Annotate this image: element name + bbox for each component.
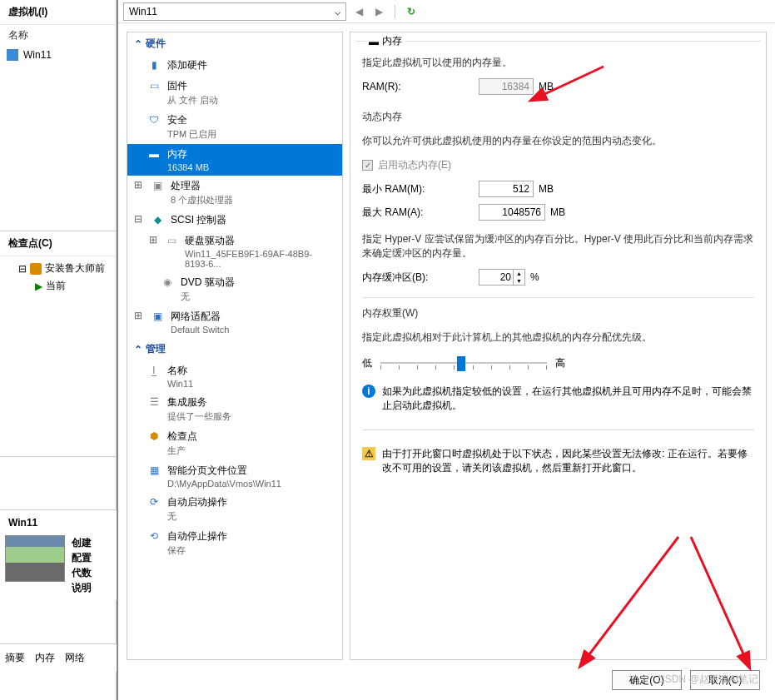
integration-node[interactable]: ☰ 集成服务提供了一些服务 bbox=[127, 392, 342, 426]
firmware-icon: ▭ bbox=[147, 79, 161, 92]
nav-forward-button[interactable]: ▶ bbox=[371, 4, 386, 19]
security-node[interactable]: 🛡 安全TPM 已启用 bbox=[127, 110, 342, 144]
vm-selector-value: Win11 bbox=[129, 6, 157, 17]
add-hardware-node[interactable]: ▮ 添加硬件 bbox=[127, 55, 342, 76]
nav-back-button[interactable]: ◀ bbox=[351, 4, 366, 19]
tab-memory[interactable]: 内存 bbox=[35, 648, 55, 668]
vm-selector-dropdown[interactable]: Win11 ⌵ bbox=[123, 2, 346, 21]
expand-icon[interactable]: ⊞ bbox=[149, 234, 158, 246]
processor-node[interactable]: ⊞ ▣ 处理器8 个虚拟处理器 bbox=[127, 176, 342, 210]
max-ram-input[interactable] bbox=[479, 204, 545, 221]
checkpoints-title: 检查点(C) bbox=[0, 231, 116, 256]
checkpoint-node[interactable]: ⊟ 安装鲁大师前 bbox=[5, 260, 111, 277]
hardware-section-header[interactable]: ⌃ 硬件 bbox=[127, 32, 342, 55]
hdd-node[interactable]: ⊞ ▭ 硬盘驱动器Win11_45FEB9F1-69AF-48B9-8193-6… bbox=[127, 231, 342, 272]
slider-low-label: 低 bbox=[362, 356, 372, 370]
autostop-node[interactable]: ⟲ 自动停止操作保存 bbox=[127, 526, 342, 560]
scsi-node[interactable]: ⊟ ◆ SCSI 控制器 bbox=[127, 210, 342, 231]
hdd-icon: ▭ bbox=[165, 234, 178, 247]
slider-thumb[interactable] bbox=[457, 356, 465, 371]
memory-icon: ▬ bbox=[369, 36, 379, 47]
checkbox-icon bbox=[362, 160, 373, 171]
weight-slider[interactable] bbox=[380, 355, 547, 371]
management-section-header[interactable]: ⌃ 管理 bbox=[127, 338, 342, 360]
folder-icon: ▦ bbox=[147, 464, 161, 477]
dialog-toolbar: Win11 ⌵ ◀ ▶ ↻ bbox=[118, 0, 775, 23]
vm-list-item[interactable]: Win11 bbox=[0, 46, 116, 64]
spin-up-icon[interactable]: ▲ bbox=[514, 270, 524, 277]
info-icon: i bbox=[362, 385, 375, 398]
checkpoint-icon bbox=[30, 263, 42, 275]
name-node[interactable]: I̲ 名称Win11 bbox=[127, 360, 342, 392]
separator bbox=[395, 5, 395, 18]
percent-unit: % bbox=[530, 271, 539, 283]
memory-weight-title: 内存权重(W) bbox=[362, 306, 754, 320]
intro-text: 指定此虚拟机可以使用的内存量。 bbox=[362, 56, 754, 70]
dialog-buttons: 确定(O) 取消(C) bbox=[612, 670, 760, 690]
dynamic-memory-title: 动态内存 bbox=[362, 110, 754, 124]
hardware-tree: ⌃ 硬件 ▮ 添加硬件 ▭ 固件从 文件 启动 🛡 安全TPM 已启用 ▬ 内存… bbox=[127, 32, 343, 660]
min-ram-input[interactable] bbox=[479, 181, 534, 197]
shield-icon: 🛡 bbox=[147, 113, 161, 127]
vm-metadata: 创建 配置 代数 说明 bbox=[72, 535, 92, 595]
spin-down-icon[interactable]: ▼ bbox=[514, 277, 524, 285]
collapse-icon[interactable]: ⊟ bbox=[134, 213, 144, 225]
checkpoint-icon: ⬢ bbox=[147, 429, 161, 443]
dvd-icon: ◉ bbox=[161, 276, 174, 289]
expand-icon[interactable]: ⊞ bbox=[134, 179, 144, 191]
expand-icon[interactable]: ⊞ bbox=[134, 310, 144, 321]
autostart-node[interactable]: ⟳ 自动启动操作无 bbox=[127, 492, 342, 526]
name-icon: I̲ bbox=[147, 364, 161, 377]
warning-icon: ⚠ bbox=[362, 447, 375, 460]
vm-item-label: Win11 bbox=[23, 49, 52, 61]
vm-pane: 虚拟机(I) 名称 Win11 bbox=[0, 0, 116, 231]
preview-pane: Win11 创建 配置 代数 说明 bbox=[0, 509, 117, 600]
firmware-node[interactable]: ▭ 固件从 文件 启动 bbox=[127, 76, 342, 110]
autostop-icon: ⟲ bbox=[147, 529, 161, 543]
enable-dynamic-label: 启用动态内存(E) bbox=[378, 158, 451, 172]
expand-icon[interactable]: ⊟ bbox=[18, 263, 27, 275]
max-ram-label: 最大 RAM(A): bbox=[362, 206, 479, 220]
memory-icon: ▬ bbox=[147, 147, 161, 161]
ram-label: RAM(R): bbox=[362, 81, 479, 92]
checkpoints-pane: 检查点(C) ⊟ 安装鲁大师前 ▶ 当前 bbox=[0, 231, 116, 457]
buffer-desc: 指定 Hyper-V 应尝试保留为缓冲区的内存百分比。Hyper-V 使用此百分… bbox=[362, 232, 754, 261]
collapse-icon: ⌃ bbox=[134, 38, 142, 50]
settings-dialog: Win11 ⌵ ◀ ▶ ↻ ⌃ 硬件 ▮ 添加硬件 ▭ 固件从 文件 启动 🛡 … bbox=[117, 0, 775, 700]
cancel-button[interactable]: 取消(C) bbox=[690, 670, 760, 690]
memory-detail-panel: ▬ 内存 指定此虚拟机可以使用的内存量。 RAM(R): MB 动态内存 你可以… bbox=[350, 32, 767, 660]
checkpoints-node[interactable]: ⬢ 检查点生产 bbox=[127, 426, 342, 460]
current-label: 当前 bbox=[46, 279, 66, 293]
name-column-header: 名称 bbox=[0, 25, 116, 46]
buffer-input[interactable] bbox=[479, 270, 513, 285]
info-text: 如果为此虚拟机指定较低的设置，在运行其他虚拟机并且可用内存不足时，可能会禁止启动… bbox=[382, 385, 754, 413]
tab-summary[interactable]: 摘要 bbox=[5, 648, 25, 668]
play-icon: ▶ bbox=[35, 280, 42, 292]
autostart-icon: ⟳ bbox=[147, 495, 161, 509]
memory-weight-desc: 指定此虚拟机相对于此计算机上的其他虚拟机的内存分配优先级。 bbox=[362, 330, 754, 345]
ok-button[interactable]: 确定(O) bbox=[612, 670, 682, 690]
buffer-spinner[interactable]: ▲▼ bbox=[479, 269, 525, 285]
dynamic-memory-desc: 你可以允许可供此虚拟机使用的内存量在你设定的范围内动态变化。 bbox=[362, 134, 754, 148]
cpu-icon: ▣ bbox=[151, 179, 164, 192]
preview-title: Win11 bbox=[5, 515, 112, 535]
tab-network[interactable]: 网络 bbox=[65, 648, 85, 668]
vm-thumbnail[interactable] bbox=[5, 535, 65, 582]
integration-icon: ☰ bbox=[147, 395, 161, 409]
collapse-icon: ⌃ bbox=[134, 344, 142, 355]
add-hardware-icon: ▮ bbox=[147, 58, 161, 72]
checkpoint-current-node[interactable]: ▶ 当前 bbox=[5, 277, 111, 295]
network-icon: ▣ bbox=[151, 310, 164, 323]
vm-icon bbox=[7, 49, 18, 61]
mb-unit: MB bbox=[539, 81, 554, 92]
memory-node[interactable]: ▬ 内存16384 MB bbox=[127, 144, 342, 176]
min-ram-label: 最小 RAM(M): bbox=[362, 182, 479, 196]
network-adapter-node[interactable]: ⊞ ▣ 网络适配器Default Switch bbox=[127, 306, 342, 338]
smartpage-node[interactable]: ▦ 智能分页文件位置D:\MyAppData\Vmos\Win11 bbox=[127, 460, 342, 492]
chevron-down-icon: ⌵ bbox=[335, 6, 340, 17]
preview-tabs: 摘要 内存 网络 bbox=[0, 643, 117, 672]
refresh-button[interactable]: ↻ bbox=[404, 4, 419, 19]
dvd-node[interactable]: ◉ DVD 驱动器无 bbox=[127, 272, 342, 306]
enable-dynamic-checkbox-row: 启用动态内存(E) bbox=[362, 158, 754, 172]
ram-input[interactable] bbox=[479, 78, 534, 95]
